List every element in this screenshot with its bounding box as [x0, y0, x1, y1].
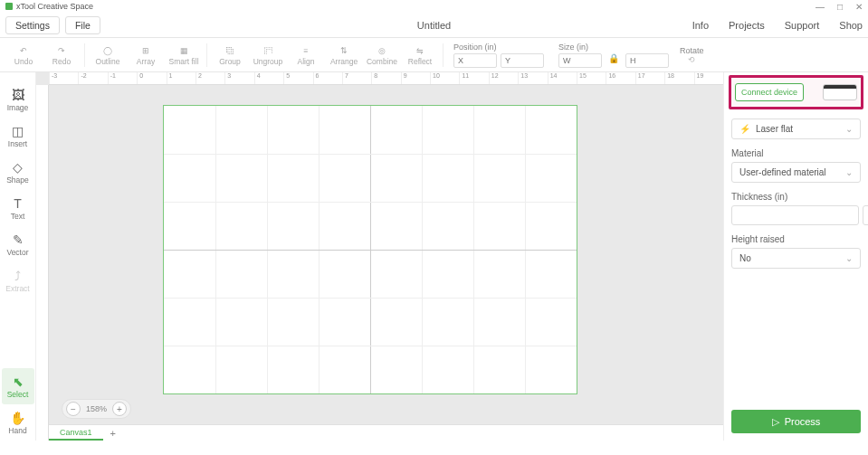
reflect-button[interactable]: ⇋Reflect	[402, 40, 438, 71]
ruler-tick: 16	[606, 72, 634, 84]
arrange-button[interactable]: ⇅Arrange	[326, 40, 362, 71]
support-link[interactable]: Support	[785, 20, 820, 31]
shape-icon: ◇	[13, 159, 23, 175]
zoom-in-button[interactable]: +	[112, 402, 127, 416]
redo-button[interactable]: ↷Redo	[43, 40, 80, 71]
auto-measure-button[interactable]: Auto-measure	[863, 205, 868, 225]
thickness-input[interactable]	[731, 205, 859, 225]
group-button[interactable]: ⿻Group	[212, 40, 248, 71]
shop-link[interactable]: Shop	[839, 20, 863, 31]
outline-button[interactable]: ◯Outline	[90, 40, 126, 71]
mode-select[interactable]: ⚡ Laser flat	[731, 118, 861, 139]
separator	[206, 43, 207, 67]
undo-label: Undo	[14, 57, 33, 66]
rotate-icon[interactable]: ⟲	[688, 55, 695, 64]
canvas-tab[interactable]: Canvas1	[49, 425, 103, 441]
process-label: Process	[785, 416, 821, 427]
ruler-tick: 19	[694, 72, 723, 84]
ruler-tick: 2	[196, 72, 224, 84]
tool-shape-label: Shape	[6, 175, 29, 185]
play-icon: ▷	[772, 416, 779, 428]
align-button[interactable]: ≡Align	[288, 40, 324, 71]
extract-icon: ⤴	[14, 268, 21, 284]
ruler-tick: 3	[224, 72, 253, 84]
tool-select[interactable]: ⬉Select	[2, 368, 34, 404]
size-w-input[interactable]	[558, 53, 602, 68]
ruler-horizontal: -3-2-1012345678910111213141516171819	[49, 72, 723, 85]
height-raised-select[interactable]: No	[731, 248, 861, 269]
pos-y-input[interactable]	[501, 53, 544, 68]
tool-image[interactable]: 🖼Image	[2, 81, 34, 118]
align-label: Align	[298, 57, 315, 66]
device-box: Connect device	[729, 75, 863, 109]
ruler-tick: 10	[430, 72, 459, 84]
reflect-label: Reflect	[408, 57, 432, 66]
app-title: xTool Creative Space	[16, 2, 93, 11]
insert-icon: ◫	[12, 123, 24, 139]
artboard[interactable]	[163, 105, 577, 394]
ruler-tick: 7	[342, 72, 371, 84]
align-icon: ≡	[299, 44, 313, 57]
settings-button[interactable]: Settings	[5, 16, 60, 34]
window-close[interactable]: ✕	[855, 2, 863, 12]
tool-text[interactable]: TText	[2, 190, 34, 226]
thickness-label: Thickness (in)	[731, 192, 861, 202]
pos-x-input[interactable]	[453, 53, 497, 68]
tool-insert[interactable]: ◫Insert	[2, 118, 34, 154]
undo-button[interactable]: ↶Undo	[5, 40, 42, 71]
rotate-label: Rotate	[680, 46, 704, 55]
smartfill-button[interactable]: ▦Smart fill	[166, 40, 202, 71]
material-select[interactable]: User-defined material	[731, 162, 861, 183]
combine-icon: ◎	[375, 44, 389, 57]
device-thumbnail	[823, 84, 857, 100]
ruler-tick: 8	[371, 72, 400, 84]
size-h-input[interactable]	[625, 53, 669, 68]
group-label: Group	[219, 57, 241, 66]
zoom-out-button[interactable]: −	[66, 402, 81, 416]
hand-icon: ✋	[10, 410, 25, 426]
ruler-tick: 18	[664, 72, 693, 84]
add-canvas-button[interactable]: +	[103, 428, 123, 439]
redo-label: Redo	[52, 57, 71, 66]
vector-icon: ✎	[13, 232, 24, 248]
smartfill-label: Smart fill	[168, 57, 198, 66]
lock-aspect-icon[interactable]: 🔒	[606, 53, 622, 68]
tool-hand-label: Hand	[8, 426, 26, 435]
tool-shape[interactable]: ◇Shape	[2, 154, 34, 190]
info-link[interactable]: Info	[692, 20, 709, 31]
outline-icon: ◯	[100, 44, 115, 57]
ruler-tick: 12	[489, 72, 518, 84]
file-button[interactable]: File	[65, 16, 100, 34]
projects-link[interactable]: Projects	[729, 20, 765, 31]
height-raised-label: Height raised	[731, 234, 861, 244]
ruler-tick: 11	[459, 72, 488, 84]
text-icon: T	[14, 195, 22, 212]
array-icon: ⊞	[138, 44, 153, 57]
window-maximize[interactable]: □	[837, 2, 843, 12]
tool-hand[interactable]: ✋Hand	[2, 404, 34, 441]
select-icon: ⬉	[13, 374, 24, 390]
tool-extract[interactable]: ⤴Extract	[2, 262, 34, 299]
window-minimize[interactable]: —	[816, 2, 825, 12]
separator	[84, 43, 85, 67]
ungroup-label: Ungroup	[253, 57, 283, 66]
undo-icon: ↶	[16, 44, 31, 57]
ruler-tick: 5	[283, 72, 312, 84]
connect-device-button[interactable]: Connect device	[735, 83, 804, 101]
ruler-tick: 6	[313, 72, 342, 84]
size-label: Size (in)	[558, 43, 669, 52]
ungroup-button[interactable]: ⿸Ungroup	[250, 40, 286, 71]
array-button[interactable]: ⊞Array	[128, 40, 164, 71]
tool-select-label: Select	[7, 390, 29, 399]
ruler-tick: 13	[518, 72, 547, 84]
process-button[interactable]: ▷ Process	[731, 410, 861, 433]
material-label: Material	[731, 148, 861, 158]
smartfill-icon: ▦	[176, 44, 191, 57]
separator	[443, 43, 444, 67]
tool-vector[interactable]: ✎Vector	[2, 226, 34, 262]
combine-button[interactable]: ◎Combine	[364, 40, 400, 71]
ruler-tick: 4	[254, 72, 283, 84]
canvas-area[interactable]: -3-2-1012345678910111213141516171819 − 1…	[36, 72, 723, 441]
array-label: Array	[137, 57, 155, 66]
position-label: Position (in)	[453, 43, 544, 52]
